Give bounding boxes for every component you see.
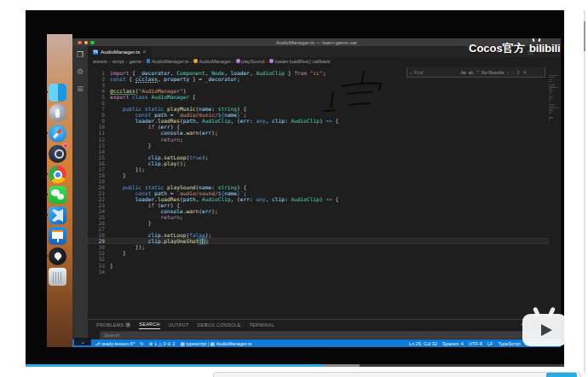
breadcrumb-item[interactable]: game bbox=[130, 59, 142, 64]
language-mode[interactable]: TypeScript bbox=[498, 341, 520, 346]
code-line[interactable]: 27 bbox=[88, 226, 549, 232]
breadcrumb-item[interactable]: loader.loadRes() callback bbox=[269, 59, 330, 64]
cursor-position[interactable]: Ln 29, Col 32 bbox=[409, 341, 437, 346]
tab-close-icon[interactable]: × bbox=[142, 49, 146, 55]
code-line[interactable]: 16 clip.play(); bbox=[88, 160, 549, 166]
code-line[interactable]: 8 const path = `audio/music/${name}`; bbox=[88, 112, 549, 118]
git-branch-item[interactable]: ⎇ ready-lesson-5* bbox=[95, 341, 135, 346]
breadcrumb-item[interactable]: playSound bbox=[236, 59, 264, 64]
panel-search-input[interactable]: Search bbox=[100, 331, 544, 339]
code-line[interactable]: 29 clip.playOneShot(); bbox=[88, 238, 549, 244]
find-widget[interactable]: › Find Aa ab .* No Results ↑ ↓ ≡ ✕ bbox=[406, 67, 545, 78]
find-previous-icon[interactable]: ↑ bbox=[507, 70, 510, 75]
dock-item-finder[interactable] bbox=[49, 84, 66, 102]
explorer-icon[interactable]: ❐ bbox=[72, 46, 88, 63]
breadcrumb-item[interactable]: script bbox=[112, 59, 124, 64]
panel-tab-terminal[interactable]: TERMINAL bbox=[250, 322, 275, 329]
code-line[interactable]: 4@ccclass("AudioManager") bbox=[88, 88, 549, 94]
code-line[interactable]: 33} bbox=[88, 263, 549, 269]
code-line[interactable]: 5export class AudioManager { bbox=[88, 94, 549, 100]
code-line[interactable]: 23 if (err) { bbox=[88, 202, 549, 208]
dock-item-wechat[interactable] bbox=[49, 186, 66, 204]
language-server-item[interactable]: ▦ typescript | ▦ AudioManager.ts bbox=[180, 341, 251, 346]
code-line[interactable]: 11 console.warn(err); bbox=[88, 130, 549, 136]
overlay-chevron-icon[interactable]: ⌄ bbox=[74, 338, 91, 345]
code-line[interactable]: 12 return; bbox=[88, 136, 549, 142]
code-line[interactable]: 6 bbox=[88, 100, 549, 106]
code-lines[interactable]: 1import { _decorator, Component, Node, l… bbox=[88, 70, 549, 275]
dock-item-chrome[interactable] bbox=[49, 165, 66, 183]
code-line[interactable]: 25 return; bbox=[88, 214, 549, 220]
play-button-overlay[interactable] bbox=[520, 307, 569, 350]
minimap[interactable] bbox=[549, 75, 559, 127]
dock-item-steam[interactable] bbox=[49, 145, 66, 163]
find-collapse-icon[interactable]: › bbox=[410, 70, 412, 75]
page-scrollbar-thumb[interactable] bbox=[584, 21, 585, 51]
line-number: 19 bbox=[88, 178, 110, 184]
code-line[interactable]: 17 }); bbox=[88, 166, 549, 172]
send-button[interactable] bbox=[546, 373, 577, 377]
code-line[interactable]: 10 if (err) { bbox=[88, 124, 549, 130]
breadcrumb[interactable]: assets›script›game›AudioManager.ts›Audio… bbox=[93, 57, 561, 65]
breadcrumb-item[interactable]: AudioManager bbox=[193, 59, 231, 64]
launchpad-icon bbox=[49, 104, 66, 122]
code-line[interactable]: 21 const path = `audio/sound/${name}`; bbox=[88, 190, 549, 196]
panel-tab-debug-console[interactable]: DEBUG CONSOLE bbox=[198, 322, 241, 329]
regex-icon[interactable]: .* bbox=[476, 70, 478, 75]
code-line[interactable]: 24 console.warn(err); bbox=[88, 208, 549, 214]
macos-dock[interactable] bbox=[49, 84, 71, 286]
dock-item-launchpad[interactable] bbox=[49, 104, 66, 122]
code-line[interactable]: 13 } bbox=[88, 142, 549, 148]
extensions-icon[interactable]: ⊞ bbox=[72, 80, 88, 97]
code-line[interactable]: 34 bbox=[88, 269, 549, 275]
dock-item-cocos[interactable] bbox=[49, 247, 66, 265]
code-line[interactable]: 31 } bbox=[88, 250, 549, 256]
find-in-selection-icon[interactable]: ≡ bbox=[517, 70, 521, 75]
code-line[interactable]: 7 public static playMusic(name: string) … bbox=[88, 106, 549, 112]
breadcrumb-separator: › bbox=[190, 59, 192, 64]
status-bar[interactable]: ⎇ ready-lesson-5* ↻ ⊗ 1 △ 0 ⊙ 2 ▦ type bbox=[72, 339, 561, 347]
code-line[interactable]: 19 bbox=[88, 178, 549, 184]
code-line[interactable]: 3 bbox=[88, 82, 549, 88]
code-line[interactable]: 26 } bbox=[88, 220, 549, 226]
gear-icon[interactable]: ⚙ bbox=[72, 63, 88, 80]
match-case-icon[interactable]: Aa bbox=[461, 70, 466, 75]
class-symbol-icon bbox=[193, 59, 198, 63]
line-number: 15 bbox=[88, 154, 110, 160]
dock-item-vscode[interactable] bbox=[49, 206, 66, 224]
panel-tab-search[interactable]: SEARCH bbox=[139, 322, 159, 329]
running-indicator bbox=[46, 255, 48, 257]
video-progress-bar[interactable] bbox=[26, 364, 564, 367]
video-frame[interactable]: AudioManager.ts — learn-game-car ❐ ⚙ ⊞ T… bbox=[26, 10, 564, 367]
code-line[interactable]: 30 }); bbox=[88, 244, 549, 250]
sync-icon[interactable]: ↻ bbox=[140, 341, 144, 346]
breadcrumb-item[interactable]: assets bbox=[93, 59, 107, 64]
find-close-icon[interactable]: ✕ bbox=[522, 69, 527, 75]
whole-word-icon[interactable]: ab bbox=[469, 70, 474, 75]
code-line[interactable]: 20 public static playSound(name: string)… bbox=[88, 184, 549, 190]
indentation[interactable]: Spaces: 4 bbox=[442, 341, 464, 346]
code-line[interactable]: 15 clip.setLoop(true); bbox=[88, 154, 549, 160]
find-next-icon[interactable]: ↓ bbox=[512, 70, 515, 75]
comment-input[interactable] bbox=[213, 372, 581, 377]
code-line[interactable]: 9 loader.loadRes(path, AudioClip, (err: … bbox=[88, 118, 549, 124]
vscode-window[interactable]: AudioManager.ts — learn-game-car ❐ ⚙ ⊞ T… bbox=[72, 38, 561, 347]
find-input[interactable]: Find bbox=[414, 70, 458, 75]
panel-tab-problems[interactable]: PROBLEMS3 bbox=[96, 322, 130, 329]
problems-summary[interactable]: ⊗ 1 △ 0 ⊙ 2 bbox=[149, 341, 176, 346]
dock-item-trash[interactable] bbox=[49, 268, 66, 286]
code-line[interactable]: 22 loader.loadRes(path, AudioClip, (err:… bbox=[88, 196, 549, 202]
code-line[interactable]: 32 bbox=[88, 256, 549, 262]
dock-item-keynote[interactable] bbox=[49, 227, 66, 245]
eol[interactable]: LF bbox=[487, 341, 493, 346]
dock-item-safari[interactable] bbox=[49, 125, 66, 142]
code-line[interactable]: 14 bbox=[88, 148, 549, 154]
tab-audiomanager[interactable]: TS AudioManager.ts × bbox=[88, 46, 152, 57]
code-line[interactable]: 18 } bbox=[88, 172, 549, 178]
activity-bar[interactable]: ❐ ⚙ ⊞ bbox=[72, 46, 88, 339]
panel-tabs[interactable]: PROBLEMS3SEARCHOUTPUTDEBUG CONSOLETERMIN… bbox=[96, 322, 274, 329]
breadcrumb-item[interactable]: AudioManager.ts bbox=[147, 59, 189, 64]
page-scrollbar-track[interactable] bbox=[584, 10, 585, 373]
encoding[interactable]: UTF-8 bbox=[469, 341, 482, 346]
panel-tab-output[interactable]: OUTPUT bbox=[169, 322, 189, 329]
